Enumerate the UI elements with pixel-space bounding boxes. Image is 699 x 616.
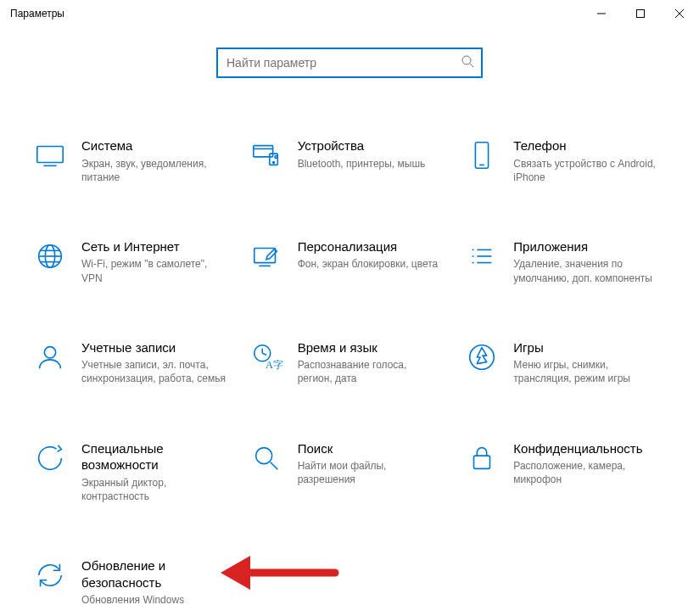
tile-desc: Bluetooth, принтеры, мышь [298, 157, 426, 171]
tile-system[interactable]: Система Экран, звук, уведомления, питани… [34, 137, 233, 184]
tile-title: Учетные записи [81, 339, 226, 356]
update-icon [34, 559, 66, 591]
svg-point-12 [275, 155, 277, 158]
svg-point-28 [44, 346, 55, 357]
search-icon [461, 54, 474, 71]
window-controls [582, 0, 699, 27]
tile-title: Конфиденциальность [513, 440, 657, 457]
tile-title: Обновление и безопасность [81, 557, 226, 591]
search-tile-icon [250, 442, 282, 474]
search-box[interactable] [216, 48, 483, 78]
svg-text:A字: A字 [266, 359, 282, 371]
tile-title: Поиск [298, 440, 442, 457]
svg-point-11 [272, 162, 274, 164]
time-language-icon: A字 [250, 341, 282, 373]
apps-icon [466, 240, 498, 272]
minimize-button[interactable] [582, 0, 621, 27]
tile-desc: Экран, звук, уведомления, питание [81, 157, 226, 184]
svg-point-34 [255, 447, 271, 463]
tile-title: Персонализация [298, 238, 439, 255]
personalization-icon [250, 240, 282, 272]
tile-network[interactable]: Сеть и Интернет Wi-Fi, режим "в самолете… [34, 238, 233, 285]
tile-ease-of-access[interactable]: Специальные возможности Экранный диктор,… [34, 440, 233, 503]
tile-desc: Меню игры, снимки, трансляция, режим игр… [513, 358, 657, 385]
devices-icon [250, 139, 282, 171]
accounts-icon [34, 341, 66, 373]
svg-rect-36 [474, 456, 490, 468]
tile-desc: Найти мои файлы, разрешения [298, 459, 442, 486]
tile-title: Время и язык [298, 339, 442, 356]
tile-desc: Связать устройство с Android, iPhone [513, 157, 657, 184]
tile-phone[interactable]: Телефон Связать устройство с Android, iP… [466, 137, 665, 184]
tile-title: Специальные возможности [81, 440, 226, 473]
tile-desc: Расположение, камера, микрофон [513, 459, 657, 486]
window-title: Параметры [10, 8, 64, 20]
tile-desc: Распознавание голоса, регион, дата [298, 358, 442, 385]
gaming-icon [466, 341, 498, 373]
svg-line-5 [470, 64, 473, 67]
tile-desc: Экранный диктор, контрастность [81, 476, 226, 503]
tile-personalization[interactable]: Персонализация Фон, экран блокировки, цв… [250, 238, 450, 285]
svg-line-31 [262, 353, 266, 355]
tile-desc: Фон, экран блокировки, цвета [298, 257, 439, 271]
privacy-icon [466, 442, 498, 474]
tile-time-language[interactable]: A字 Время и язык Распознавание голоса, ре… [250, 339, 450, 386]
svg-rect-6 [37, 147, 63, 163]
phone-icon [466, 139, 498, 171]
titlebar: Параметры [0, 0, 699, 27]
tile-search[interactable]: Поиск Найти мои файлы, разрешения [250, 440, 450, 503]
tile-devices[interactable]: Устройства Bluetooth, принтеры, мышь [250, 137, 450, 184]
svg-point-4 [462, 56, 471, 64]
tile-accounts[interactable]: Учетные записи Учетные записи, эл. почта… [34, 339, 233, 386]
svg-line-35 [270, 462, 277, 469]
search-input[interactable] [225, 55, 461, 70]
tile-desc: Wi-Fi, режим "в самолете", VPN [81, 257, 226, 284]
tile-title: Устройства [298, 137, 426, 154]
system-icon [34, 139, 66, 171]
tile-title: Игры [513, 339, 657, 356]
tile-desc: Обновления Windows [81, 593, 226, 607]
svg-rect-1 [637, 10, 645, 18]
tile-desc: Удаление, значения по умолчанию, доп. ко… [513, 257, 657, 284]
tile-gaming[interactable]: Игры Меню игры, снимки, трансляция, режи… [466, 339, 665, 386]
tile-apps[interactable]: Приложения Удаление, значения по умолчан… [466, 238, 665, 285]
tile-privacy[interactable]: Конфиденциальность Расположение, камера,… [466, 440, 665, 503]
maximize-button[interactable] [621, 0, 660, 27]
ease-of-access-icon [34, 442, 66, 474]
tile-title: Приложения [513, 238, 657, 255]
tile-title: Сеть и Интернет [81, 238, 226, 255]
settings-grid: Система Экран, звук, уведомления, питани… [0, 137, 699, 607]
tile-desc: Учетные записи, эл. почта, синхронизация… [81, 358, 226, 385]
globe-icon [34, 240, 66, 272]
tile-title: Система [81, 137, 226, 154]
close-button[interactable] [660, 0, 699, 27]
tile-update-security[interactable]: Обновление и безопасность Обновления Win… [34, 557, 233, 607]
tile-title: Телефон [513, 137, 657, 154]
